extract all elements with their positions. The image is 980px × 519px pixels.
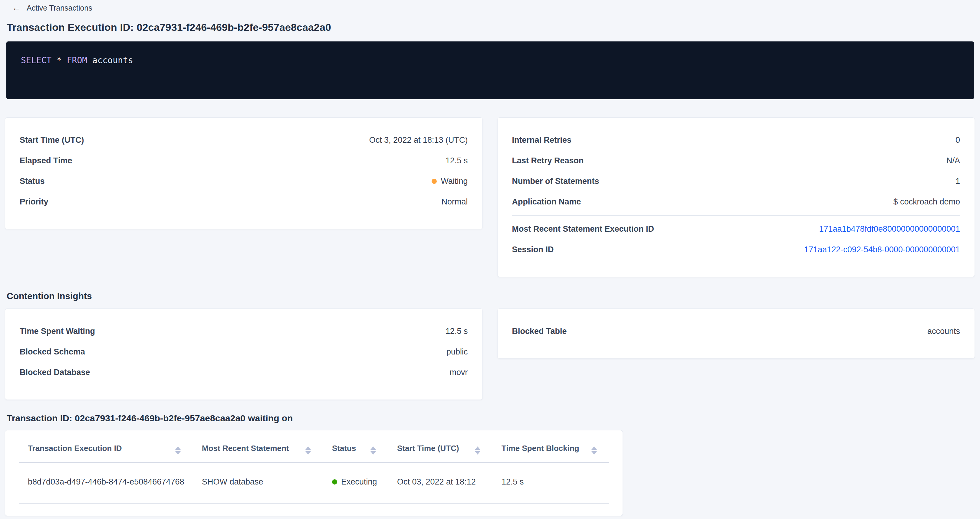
column-header-time-spent-blocking[interactable]: Time Spent Blocking: [492, 430, 609, 457]
summary-row-session-id: Session ID 171aa122-c092-54b8-0000-00000…: [512, 239, 960, 260]
sql-keyword-select: SELECT: [21, 56, 51, 65]
row-label: Most Recent Statement Execution ID: [512, 224, 654, 234]
details-card: Internal Retries 0 Last Retry Reason N/A…: [497, 117, 975, 277]
status-value: Waiting: [431, 177, 468, 186]
row-label: Application Name: [512, 197, 581, 206]
row-label: Blocked Database: [20, 368, 90, 377]
status-text: Waiting: [441, 177, 468, 186]
page-title: Transaction Execution ID: 02ca7931-f246-…: [7, 21, 975, 33]
sort-icon[interactable]: [305, 446, 311, 455]
summary-row-application-name: Application Name $ cockroach demo: [512, 192, 960, 212]
summary-cards-grid: Start Time (UTC) Oct 3, 2022 at 18:13 (U…: [5, 117, 975, 277]
column-header-label[interactable]: Time Spent Blocking: [501, 444, 579, 457]
summary-row-blocked-table: Blocked Table accounts: [512, 321, 960, 341]
sort-down-triangle-icon: [371, 451, 376, 455]
column-header-label[interactable]: Most Recent Statement: [202, 444, 289, 457]
row-label: Blocked Table: [512, 327, 567, 336]
column-header-start-time[interactable]: Start Time (UTC): [388, 430, 492, 457]
waiting-status-dot-icon: [431, 179, 437, 184]
sort-up-triangle-icon: [592, 446, 597, 450]
contention-right-card: Blocked Table accounts: [497, 308, 975, 359]
summary-row-priority: Priority Normal: [20, 192, 468, 212]
row-value: movr: [450, 368, 468, 377]
sql-statement-box: SELECT * FROM accounts: [6, 41, 974, 99]
column-header-label[interactable]: Start Time (UTC): [397, 444, 459, 457]
sql-keyword-from: FROM: [67, 56, 87, 65]
row-value: 12.5 s: [445, 156, 468, 165]
row-value: 1: [956, 177, 960, 186]
transaction-details-page: Active Transactions Transaction Executio…: [0, 0, 980, 516]
table-row-divider: [19, 503, 609, 503]
row-label: Time Spent Waiting: [20, 327, 95, 336]
overview-card: Start Time (UTC) Oct 3, 2022 at 18:13 (U…: [5, 117, 483, 229]
sort-icon[interactable]: [371, 446, 376, 455]
statement-execution-id-link[interactable]: 171aa1b478fdf0e80000000000000001: [819, 224, 960, 233]
arrow-left-icon: [12, 4, 21, 13]
sort-icon[interactable]: [175, 446, 181, 455]
column-header-status[interactable]: Status: [323, 430, 388, 457]
summary-row-most-recent-statement-execution-id: Most Recent Statement Execution ID 171aa…: [512, 219, 960, 239]
row-value: Normal: [441, 197, 468, 206]
row-label: Last Retry Reason: [512, 156, 584, 165]
sort-down-triangle-icon: [305, 451, 311, 455]
row-label: Priority: [20, 197, 48, 206]
column-header-label[interactable]: Status: [332, 444, 356, 457]
row-value: 12.5 s: [445, 327, 468, 336]
summary-row-number-of-statements: Number of Statements 1: [512, 171, 960, 192]
sql-statement: SELECT * FROM accounts: [21, 56, 133, 65]
row-label: Start Time (UTC): [20, 135, 84, 145]
sql-star: *: [57, 56, 62, 65]
row-value: $ cockroach demo: [893, 197, 960, 206]
back-to-active-transactions-link[interactable]: Active Transactions: [12, 4, 92, 13]
cell-transaction-execution-id: b8d7d03a-d497-446b-8474-e50846674768: [19, 463, 193, 503]
sort-down-triangle-icon: [475, 451, 480, 455]
column-header-label[interactable]: Transaction Execution ID: [28, 444, 122, 457]
column-header-most-recent-statement[interactable]: Most Recent Statement: [193, 430, 323, 457]
back-link-label: Active Transactions: [27, 4, 92, 13]
row-label: Internal Retries: [512, 135, 572, 145]
contention-left-card: Time Spent Waiting 12.5 s Blocked Schema…: [5, 308, 483, 400]
sort-down-triangle-icon: [175, 451, 181, 455]
row-value: Oct 3, 2022 at 18:13 (UTC): [369, 135, 468, 145]
executing-status-dot-icon: [332, 479, 337, 484]
row-label: Blocked Schema: [20, 347, 85, 357]
sort-up-triangle-icon: [371, 446, 376, 450]
cell-most-recent-statement: SHOW database: [193, 463, 323, 503]
row-value: N/A: [947, 156, 960, 165]
card-divider: [512, 215, 960, 216]
sort-up-triangle-icon: [175, 446, 181, 450]
sort-down-triangle-icon: [592, 451, 597, 455]
cell-start-time: Oct 03, 2022 at 18:12: [388, 463, 492, 503]
table-header-row: Transaction Execution ID Most Recent Sta…: [19, 430, 609, 457]
row-label: Status: [20, 177, 45, 186]
summary-row-blocked-schema: Blocked Schema public: [20, 341, 468, 362]
summary-row-internal-retries: Internal Retries 0: [512, 130, 960, 150]
row-value: public: [446, 347, 468, 357]
sql-table-name: accounts: [92, 56, 133, 65]
summary-row-blocked-database: Blocked Database movr: [20, 362, 468, 383]
row-value: 0: [956, 135, 960, 145]
row-label: Elapsed Time: [20, 156, 72, 165]
sort-up-triangle-icon: [305, 446, 311, 450]
contention-insights-heading: Contention Insights: [7, 291, 975, 301]
column-header-transaction-execution-id[interactable]: Transaction Execution ID: [19, 430, 193, 457]
row-label: Session ID: [512, 245, 554, 254]
cell-time-spent-blocking: 12.5 s: [492, 463, 609, 503]
row-label: Number of Statements: [512, 177, 599, 186]
sort-icon[interactable]: [475, 446, 480, 455]
contention-cards-grid: Time Spent Waiting 12.5 s Blocked Schema…: [5, 308, 975, 400]
summary-row-time-spent-waiting: Time Spent Waiting 12.5 s: [20, 321, 468, 341]
status-text: Executing: [341, 477, 377, 487]
table-row: b8d7d03a-d497-446b-8474-e50846674768 SHO…: [19, 463, 609, 503]
row-value: accounts: [928, 327, 960, 336]
sort-up-triangle-icon: [475, 446, 480, 450]
session-id-link[interactable]: 171aa122-c092-54b8-0000-000000000001: [804, 245, 960, 254]
summary-row-last-retry-reason: Last Retry Reason N/A: [512, 150, 960, 171]
waiting-on-table-card: Transaction Execution ID Most Recent Sta…: [5, 430, 623, 516]
waiting-on-heading: Transaction ID: 02ca7931-f246-469b-b2fe-…: [7, 413, 975, 424]
summary-row-start-time: Start Time (UTC) Oct 3, 2022 at 18:13 (U…: [20, 130, 468, 150]
summary-row-elapsed-time: Elapsed Time 12.5 s: [20, 150, 468, 171]
cell-status: Executing: [323, 463, 388, 503]
sort-icon[interactable]: [592, 446, 597, 455]
summary-row-status: Status Waiting: [20, 171, 468, 192]
